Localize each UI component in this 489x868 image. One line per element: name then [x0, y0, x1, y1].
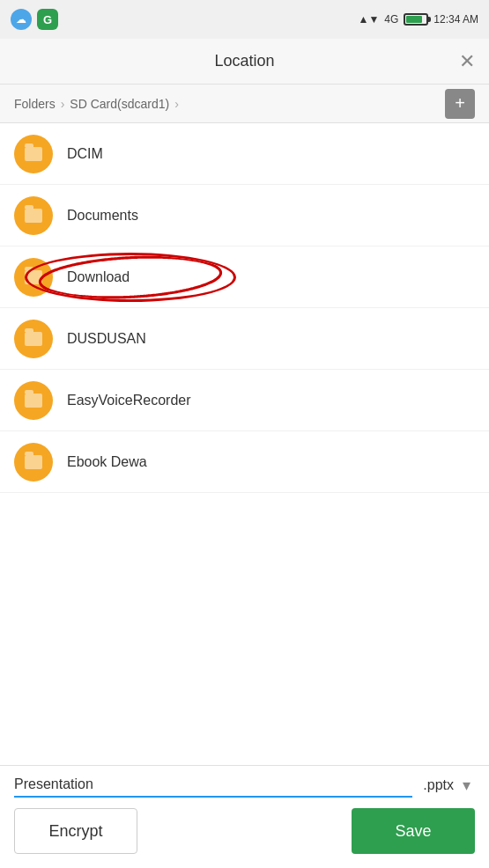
time-display: 12:34 AM [433, 13, 478, 26]
breadcrumb-sdcard[interactable]: SD Card(sdcard1) [70, 97, 169, 111]
extension-wrapper: .pptx ▾ [423, 776, 475, 798]
folder-inner-icon [25, 332, 42, 346]
folder-icon-ebookdewa [14, 443, 53, 482]
folder-name-dcim: DCIM [67, 146, 103, 162]
folder-name-dusdusan: DUSDUSAN [67, 331, 146, 347]
breadcrumb-folders[interactable]: Folders [14, 97, 56, 111]
folder-inner-icon [25, 455, 42, 469]
battery-fill [406, 16, 422, 23]
encrypt-button[interactable]: Encrypt [14, 808, 137, 854]
folder-inner-icon [25, 394, 42, 408]
folder-item-easyvoice[interactable]: EasyVoiceRecorder [0, 370, 489, 431]
folder-icon-documents [14, 196, 53, 235]
cloud-icon: ☁ [11, 9, 32, 30]
folder-name-download: Download [67, 269, 130, 285]
folder-icon-easyvoice [14, 381, 53, 420]
dialog-header: Location ✕ [0, 39, 489, 85]
folder-item-documents[interactable]: Documents [0, 185, 489, 246]
filename-input[interactable] [14, 776, 412, 792]
battery-icon [404, 13, 428, 26]
save-button[interactable]: Save [352, 808, 475, 854]
status-bar: ☁ G ▲▼ 4G 12:34 AM [0, 0, 489, 39]
folder-icon-dusdusan [14, 320, 53, 358]
folder-name-easyvoice: EasyVoiceRecorder [67, 393, 191, 408]
signal-text: ▲▼ [359, 13, 380, 26]
folder-item-download[interactable]: Download [0, 246, 489, 308]
filename-row: .pptx ▾ [0, 766, 489, 798]
dialog-title: Location [214, 52, 274, 70]
folder-inner-icon [25, 270, 42, 284]
new-folder-button[interactable]: + [445, 89, 475, 119]
folder-icon-download [14, 258, 53, 297]
g-icon: G [37, 9, 58, 30]
network-type: 4G [384, 13, 398, 26]
folder-item-dusdusan[interactable]: DUSDUSAN [0, 308, 489, 370]
folder-list: DCIM Documents Download DUSDUSAN [0, 123, 489, 765]
main-content: Location ✕ Folders › SD Card(sdcard1) › … [0, 39, 489, 868]
status-icons-left: ☁ G [11, 9, 58, 30]
status-right: ▲▼ 4G 12:34 AM [359, 13, 478, 26]
folder-name-documents: Documents [67, 208, 138, 224]
folder-icon-dcim [14, 135, 53, 173]
breadcrumb: Folders › SD Card(sdcard1) › + [0, 85, 489, 123]
bottom-section: .pptx ▾ Encrypt Save [0, 765, 489, 868]
breadcrumb-sep-2: › [174, 97, 179, 111]
annotation-circle [25, 253, 236, 302]
folder-item-ebookdewa[interactable]: Ebook Dewa [0, 431, 489, 493]
action-row: Encrypt Save [0, 798, 489, 868]
extension-text: .pptx [423, 777, 454, 793]
breadcrumb-sep-1: › [61, 97, 65, 111]
close-button[interactable]: ✕ [459, 52, 475, 71]
folder-name-ebookdewa: Ebook Dewa [67, 454, 147, 470]
extension-dropdown-button[interactable]: ▾ [457, 776, 475, 794]
folder-inner-icon [25, 209, 42, 223]
folder-item-dcim[interactable]: DCIM [0, 123, 489, 185]
folder-inner-icon [25, 147, 42, 161]
filename-input-wrapper [14, 776, 412, 798]
